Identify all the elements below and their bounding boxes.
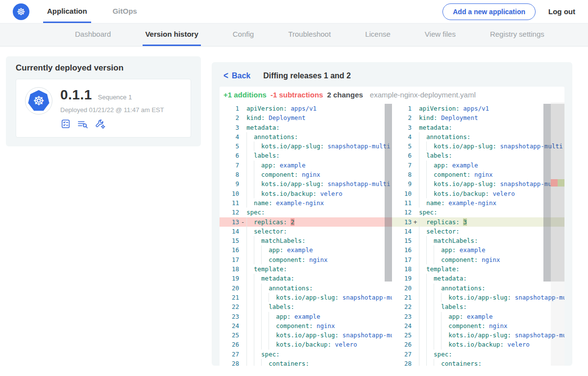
code-line-24: 24component: nginx (220, 321, 392, 330)
diff-marker (239, 113, 246, 122)
topnav-actions: Add a new application Log out (442, 0, 588, 23)
line-content: kots.io/backup: velero (246, 340, 392, 349)
code-line-5: 5kots.io/app-slug: snapshotapp-multi (220, 141, 392, 151)
line-number: 21 (220, 293, 239, 302)
deployed-version-box: ☸ 0.1.1 Sequence 1 Deployed 01/21/22 @ 1… (16, 79, 191, 138)
line-number: 12 (220, 208, 239, 217)
app-logo-ring: ☸ (25, 87, 52, 115)
subnav-item-config[interactable]: Config (230, 24, 256, 46)
subnav-item-dashboard[interactable]: Dashboard (73, 24, 113, 46)
changes-count: 2 changes (327, 91, 363, 99)
subnav-item-view-files[interactable]: View files (422, 24, 458, 46)
diff-title: Diffing releases 1 and 2 (263, 71, 351, 80)
subnav-item-registry-settings[interactable]: Registry settings (488, 24, 547, 46)
diff-marker (412, 236, 419, 245)
code-line-14: 14selector: (392, 227, 564, 236)
line-number: 7 (220, 161, 239, 170)
code-line-21: 21kots.io/app-slug: snapshotapp-multi (220, 293, 392, 302)
line-content: replicas: 2 (246, 217, 392, 227)
line-number: 15 (220, 236, 239, 245)
back-label: Back (232, 71, 250, 80)
code-line-22: 22labels: (392, 302, 564, 311)
diff-marker (412, 132, 419, 141)
line-number: 5 (392, 141, 412, 151)
code-line-2: 2kind: Deployment (392, 113, 564, 122)
line-content: containers: (419, 359, 564, 366)
line-number: 15 (392, 236, 412, 245)
code-line-24: 24component: nginx (392, 321, 564, 330)
line-number: 20 (392, 283, 412, 293)
line-content: template: (419, 264, 564, 274)
diff-pane-old[interactable]: 1apiVersion: apps/v12kind: Deployment3me… (220, 102, 392, 366)
view-logs-icon[interactable] (77, 118, 89, 129)
line-number: 2 (220, 113, 239, 122)
code-line-27: 27spec: (220, 350, 392, 359)
logout-link[interactable]: Log out (548, 7, 575, 16)
add-application-button[interactable]: Add a new application (442, 3, 536, 20)
line-number: 13 (392, 217, 412, 227)
line-number: 26 (220, 340, 239, 349)
subnav-item-version-history[interactable]: Version history (143, 24, 200, 46)
overview-ruler (551, 104, 564, 282)
code-line-6: 6labels: (220, 151, 392, 160)
diff-pane-new[interactable]: 1apiVersion: apps/v12kind: Deployment3me… (392, 102, 564, 366)
line-number: 4 (220, 132, 239, 141)
line-number: 5 (220, 141, 239, 151)
diff-marker (412, 189, 419, 198)
file-diff-box: +1 additions -1 subtractions 2 changes e… (220, 87, 564, 366)
diff-marker (412, 104, 419, 113)
code-line-8: 8component: nginx (220, 170, 392, 179)
diff-marker (239, 179, 246, 188)
code-line-8: 8component: nginx (392, 170, 564, 179)
preflight-checks-icon[interactable] (60, 118, 71, 129)
subnav-item-license[interactable]: License (363, 24, 393, 46)
line-number: 25 (220, 330, 239, 340)
line-content: component: nginx (246, 321, 392, 330)
line-number: 28 (220, 359, 239, 366)
diff-marker (239, 264, 246, 274)
line-number: 6 (220, 151, 239, 160)
line-number: 20 (220, 283, 239, 293)
line-number: 3 (220, 123, 239, 132)
diff-marker (239, 208, 246, 217)
diff-marker (412, 302, 419, 311)
line-number: 25 (392, 330, 412, 340)
line-content: annotations: (246, 283, 392, 293)
line-number: 9 (220, 179, 239, 188)
subnav-item-troubleshoot[interactable]: Troubleshoot (286, 24, 333, 46)
sequence-label: Sequence 1 (98, 94, 132, 101)
back-link[interactable]: < Back (223, 71, 250, 81)
line-content: annotations: (246, 132, 392, 141)
version-details: 0.1.1 Sequence 1 Deployed 01/21/22 @ 11:… (60, 87, 164, 129)
line-content: spec: (419, 208, 564, 217)
line-number: 24 (220, 321, 239, 330)
diff-filename: example-nginx-deployment.yaml (370, 91, 476, 99)
diff-stats-row: +1 additions -1 subtractions 2 changes e… (220, 87, 564, 102)
diff-marker (412, 293, 419, 302)
diff-marker (412, 227, 419, 236)
tab-gitops[interactable]: GitOps (109, 0, 141, 23)
scrollbar-thumb[interactable] (543, 104, 551, 282)
code-line-22: 22labels: (220, 302, 392, 311)
diff-marker (412, 321, 419, 330)
code-line-13: 13-replicas: 2 (220, 217, 392, 227)
line-number: 28 (392, 359, 412, 366)
tab-application[interactable]: Application (43, 0, 91, 23)
line-number: 17 (392, 255, 412, 264)
diff-marker (239, 245, 246, 255)
diff-marker (239, 151, 246, 160)
diff-marker (239, 321, 246, 330)
configure-icon[interactable] (95, 118, 106, 129)
diff-marker (239, 132, 246, 141)
diff-marker (239, 340, 246, 349)
line-content: kots.io/backup: velero (246, 189, 392, 198)
diff-marker (239, 330, 246, 340)
code-line-3: 3metadata: (220, 123, 392, 132)
diff-marker (239, 104, 246, 113)
scrollbar-thumb[interactable] (385, 104, 392, 282)
line-content: kots.io/backup: velero (419, 340, 564, 349)
line-content: matchLabels: (246, 236, 392, 245)
line-content: apiVersion: apps/v1 (246, 104, 392, 113)
line-content: annotations: (419, 283, 564, 293)
diff-marker (412, 359, 419, 366)
